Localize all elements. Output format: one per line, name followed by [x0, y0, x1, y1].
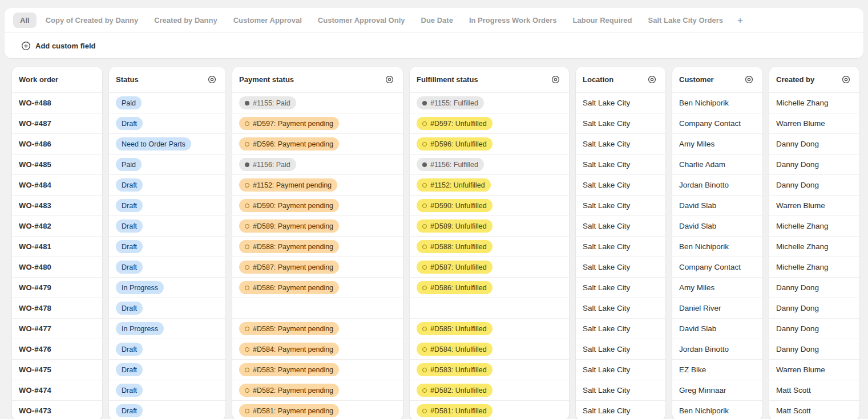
hollow-circle-icon: [245, 286, 249, 290]
work-order-cell[interactable]: WO-#483: [12, 195, 102, 215]
fulfillment-status-badge: #D589: Unfulfilled: [417, 219, 492, 233]
customer-cell: Greg Minnaar: [672, 380, 762, 400]
work-order-cell[interactable]: WO-#477: [12, 318, 102, 339]
payment-status-badge: #D585: Payment pending: [239, 322, 339, 335]
status-cell: Draft: [109, 195, 225, 215]
work-order-cell[interactable]: WO-#479: [12, 277, 102, 298]
work-order-cell[interactable]: WO-#475: [12, 359, 102, 380]
badge-label: Draft: [122, 387, 137, 394]
status-cell: Draft: [109, 257, 225, 277]
add-view-tab-button[interactable]: +: [732, 13, 748, 27]
column-card-fulfillment: Fulfillment status#1155: Fulfilled#D597:…: [410, 67, 569, 419]
location-cell: Salt Lake City: [576, 318, 665, 339]
tab-copy-of-created-by-danny[interactable]: Copy of Created by Danny: [39, 13, 146, 28]
fulfillment-status-cell: #D583: Unfulfilled: [410, 359, 569, 380]
location-cell: Salt Lake City: [576, 133, 665, 154]
location-cell: Salt Lake City: [576, 339, 665, 359]
badge-label: Draft: [122, 202, 137, 210]
tab-created-by-danny[interactable]: Created by Danny: [147, 13, 224, 28]
column-label: Location: [583, 75, 613, 84]
payment-status-cell: #1155: Paid: [232, 92, 403, 113]
eye-icon[interactable]: [840, 74, 852, 86]
status-cell: In Progress: [109, 277, 225, 298]
badge-label: #1156: Fulfilled: [430, 161, 478, 169]
eye-icon[interactable]: [550, 74, 562, 86]
add-custom-field-button[interactable]: Add custom field: [21, 41, 95, 51]
payment-status-cell: #D582: Payment pending: [232, 380, 403, 400]
hollow-circle-icon: [422, 368, 427, 372]
badge-label: #D597: Unfulfilled: [430, 120, 487, 128]
filled-dot-icon: [422, 101, 427, 105]
hollow-circle-icon: [245, 409, 249, 413]
fulfillment-status-badge: #D581: Unfulfilled: [417, 404, 492, 417]
hollow-circle-icon: [245, 183, 249, 188]
location-cell: Salt Lake City: [576, 380, 665, 400]
created-by-cell: Warren Blume: [769, 359, 859, 380]
work-order-cell[interactable]: WO-#485: [12, 154, 102, 174]
badge-label: #D596: Payment pending: [253, 140, 333, 148]
created-by-cell: Warren Blume: [769, 113, 859, 133]
tab-in-progress-work-orders[interactable]: In Progress Work Orders: [462, 13, 564, 28]
hollow-circle-icon: [245, 368, 249, 372]
status-badge: Need to Order Parts: [116, 137, 191, 150]
eye-icon[interactable]: [383, 74, 395, 86]
payment-status-cell: #D596: Payment pending: [232, 133, 403, 154]
hollow-circle-icon: [245, 224, 249, 229]
fulfillment-status-badge: #D586: Unfulfilled: [417, 281, 492, 294]
location-cell: Salt Lake City: [576, 257, 665, 277]
fulfillment-status-cell: #D588: Unfulfilled: [410, 236, 569, 257]
fulfillment-status-badge: #1155: Fulfilled: [417, 96, 484, 109]
eye-icon[interactable]: [743, 74, 755, 86]
eye-icon[interactable]: [646, 74, 658, 86]
tab-customer-approval-only[interactable]: Customer Approval Only: [311, 13, 412, 28]
work-order-cell[interactable]: WO-#476: [12, 339, 102, 359]
hollow-circle-icon: [422, 327, 427, 331]
status-cell: Draft: [109, 215, 225, 236]
status-cell: In Progress: [109, 318, 225, 339]
badge-label: Draft: [122, 181, 137, 189]
fulfillment-status-badge: #D590: Unfulfilled: [417, 199, 492, 212]
payment-status-badge: #1152: Payment pending: [239, 178, 337, 192]
tab-all[interactable]: All: [13, 13, 37, 28]
work-order-cell[interactable]: WO-#484: [12, 174, 102, 195]
work-order-cell[interactable]: WO-#478: [12, 298, 102, 318]
payment-status-badge: #D590: Payment pending: [239, 199, 339, 212]
fulfillment-status-badge: #D596: Unfulfilled: [417, 137, 492, 150]
work-order-cell[interactable]: WO-#474: [12, 380, 102, 400]
work-order-cell[interactable]: WO-#482: [12, 215, 102, 236]
column-card-created-by: Created byMichelle ZhangWarren BlumeDann…: [769, 67, 859, 419]
fulfillment-status-badge: #D582: Unfulfilled: [417, 384, 492, 397]
badge-label: Draft: [122, 345, 137, 353]
badge-label: #D582: Payment pending: [253, 387, 333, 394]
customer-cell: EZ Bike: [672, 359, 762, 380]
payment-status-badge: #D588: Payment pending: [239, 240, 339, 253]
tab-labour-required[interactable]: Labour Required: [566, 13, 639, 28]
fulfillment-status-cell: #D586: Unfulfilled: [410, 277, 569, 298]
eye-icon[interactable]: [206, 74, 218, 86]
fulfillment-status-badge: #1156: Fulfilled: [417, 158, 484, 171]
fulfillment-status-cell: [410, 298, 569, 318]
fulfillment-status-cell: #D597: Unfulfilled: [410, 113, 569, 133]
column-header-payment: Payment status: [232, 67, 403, 92]
badge-label: #1155: Paid: [253, 99, 290, 107]
plus-circle-icon: [21, 41, 31, 51]
hollow-circle-icon: [245, 388, 249, 393]
status-badge: Draft: [116, 302, 143, 315]
work-order-cell[interactable]: WO-#487: [12, 113, 102, 133]
status-cell: Draft: [109, 236, 225, 257]
column-label: Work order: [19, 75, 58, 84]
tab-due-date[interactable]: Due Date: [414, 13, 460, 28]
payment-status-cell: #D590: Payment pending: [232, 195, 403, 215]
work-order-cell[interactable]: WO-#473: [12, 400, 102, 419]
badge-label: #D596: Unfulfilled: [430, 140, 487, 148]
badge-label: #D588: Unfulfilled: [430, 243, 487, 251]
work-order-cell[interactable]: WO-#488: [12, 92, 102, 113]
hollow-circle-icon: [245, 204, 249, 208]
status-cell: Draft: [109, 400, 225, 419]
work-order-cell[interactable]: WO-#481: [12, 236, 102, 257]
work-order-cell[interactable]: WO-#480: [12, 257, 102, 277]
tab-salt-lake-city-orders[interactable]: Salt Lake City Orders: [641, 13, 730, 28]
work-order-cell[interactable]: WO-#486: [12, 133, 102, 154]
status-cell: Paid: [109, 154, 225, 174]
tab-customer-approval[interactable]: Customer Approval: [227, 13, 309, 28]
